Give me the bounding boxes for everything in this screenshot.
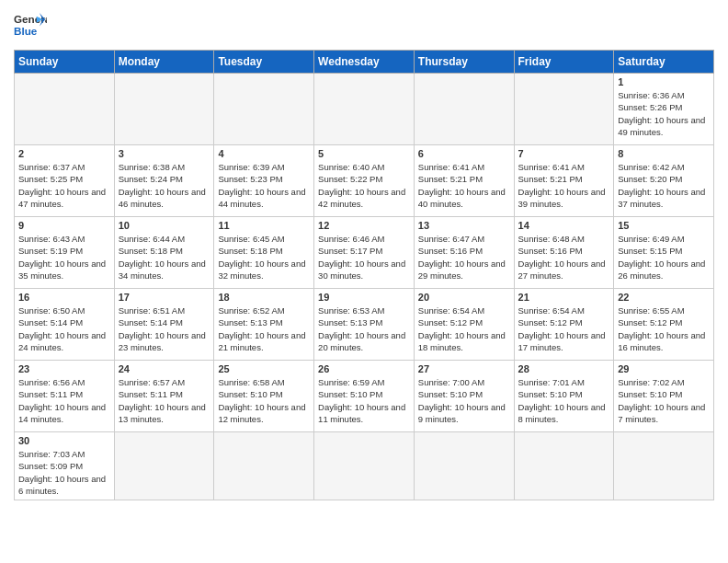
- calendar-cell: [114, 432, 214, 500]
- day-number: 11: [218, 220, 310, 231]
- weekday-header-sunday: Sunday: [15, 51, 115, 74]
- calendar-cell: 5Sunrise: 6:40 AMSunset: 5:22 PMDaylight…: [314, 145, 415, 217]
- day-number: 14: [518, 220, 610, 231]
- calendar-cell: 1Sunrise: 6:36 AMSunset: 5:26 PMDaylight…: [614, 74, 714, 145]
- week-row-1: 1Sunrise: 6:36 AMSunset: 5:26 PMDaylight…: [15, 74, 714, 145]
- calendar-cell: 22Sunrise: 6:55 AMSunset: 5:12 PMDayligh…: [614, 289, 714, 361]
- calendar-cell: 12Sunrise: 6:46 AMSunset: 5:17 PMDayligh…: [314, 217, 415, 289]
- calendar-cell: 24Sunrise: 6:57 AMSunset: 5:11 PMDayligh…: [114, 361, 214, 432]
- logo: General Blue: [14, 9, 47, 42]
- day-info: Sunrise: 6:54 AMSunset: 5:12 PMDaylight:…: [518, 304, 610, 353]
- day-info: Sunrise: 6:43 AMSunset: 5:19 PMDaylight:…: [18, 233, 110, 282]
- calendar-body: 1Sunrise: 6:36 AMSunset: 5:26 PMDaylight…: [15, 74, 714, 500]
- day-number: 25: [218, 363, 310, 374]
- day-info: Sunrise: 7:02 AMSunset: 5:10 PMDaylight:…: [618, 376, 710, 425]
- day-info: Sunrise: 6:55 AMSunset: 5:12 PMDaylight:…: [618, 304, 710, 353]
- calendar-cell: 25Sunrise: 6:58 AMSunset: 5:10 PMDayligh…: [214, 361, 314, 432]
- calendar-cell: 26Sunrise: 6:59 AMSunset: 5:10 PMDayligh…: [314, 361, 415, 432]
- calendar-cell: 20Sunrise: 6:54 AMSunset: 5:12 PMDayligh…: [414, 289, 514, 361]
- day-info: Sunrise: 6:48 AMSunset: 5:16 PMDaylight:…: [518, 233, 610, 282]
- day-number: 7: [518, 148, 610, 159]
- weekday-header-saturday: Saturday: [614, 51, 714, 74]
- day-info: Sunrise: 6:54 AMSunset: 5:12 PMDaylight:…: [418, 304, 510, 353]
- calendar-cell: [314, 74, 415, 145]
- day-info: Sunrise: 6:51 AMSunset: 5:14 PMDaylight:…: [119, 304, 210, 353]
- calendar-cell: [514, 432, 614, 500]
- calendar-cell: [15, 74, 115, 145]
- calendar-cell: 10Sunrise: 6:44 AMSunset: 5:18 PMDayligh…: [114, 217, 214, 289]
- day-info: Sunrise: 6:53 AMSunset: 5:13 PMDaylight:…: [318, 304, 410, 353]
- day-info: Sunrise: 6:37 AMSunset: 5:25 PMDaylight:…: [18, 161, 110, 210]
- calendar-cell: 6Sunrise: 6:41 AMSunset: 5:21 PMDaylight…: [414, 145, 514, 217]
- day-number: 19: [318, 292, 410, 303]
- day-number: 9: [18, 220, 110, 231]
- day-info: Sunrise: 6:52 AMSunset: 5:13 PMDaylight:…: [218, 304, 310, 353]
- day-number: 20: [418, 292, 510, 303]
- day-info: Sunrise: 6:57 AMSunset: 5:11 PMDaylight:…: [119, 376, 210, 425]
- day-info: Sunrise: 7:01 AMSunset: 5:10 PMDaylight:…: [518, 376, 610, 425]
- calendar-cell: 9Sunrise: 6:43 AMSunset: 5:19 PMDaylight…: [15, 217, 115, 289]
- day-number: 27: [418, 363, 510, 374]
- day-number: 13: [418, 220, 510, 231]
- day-number: 8: [618, 148, 710, 159]
- weekday-header-monday: Monday: [114, 51, 214, 74]
- calendar-cell: 13Sunrise: 6:47 AMSunset: 5:16 PMDayligh…: [414, 217, 514, 289]
- calendar-cell: 19Sunrise: 6:53 AMSunset: 5:13 PMDayligh…: [314, 289, 415, 361]
- day-number: 29: [618, 363, 710, 374]
- generalblue-logo-icon: General Blue: [14, 9, 47, 42]
- day-info: Sunrise: 6:39 AMSunset: 5:23 PMDaylight:…: [218, 161, 310, 210]
- calendar-cell: 17Sunrise: 6:51 AMSunset: 5:14 PMDayligh…: [114, 289, 214, 361]
- day-number: 10: [119, 220, 210, 231]
- day-number: 5: [318, 148, 410, 159]
- day-info: Sunrise: 6:58 AMSunset: 5:10 PMDaylight:…: [218, 376, 310, 425]
- calendar-cell: [414, 74, 514, 145]
- calendar-cell: 8Sunrise: 6:42 AMSunset: 5:20 PMDaylight…: [614, 145, 714, 217]
- day-number: 17: [119, 292, 210, 303]
- day-number: 16: [18, 292, 110, 303]
- calendar-cell: 23Sunrise: 6:56 AMSunset: 5:11 PMDayligh…: [15, 361, 115, 432]
- day-number: 28: [518, 363, 610, 374]
- calendar-cell: 16Sunrise: 6:50 AMSunset: 5:14 PMDayligh…: [15, 289, 115, 361]
- calendar-cell: 2Sunrise: 6:37 AMSunset: 5:25 PMDaylight…: [15, 145, 115, 217]
- day-info: Sunrise: 6:44 AMSunset: 5:18 PMDaylight:…: [119, 233, 210, 282]
- calendar-cell: [114, 74, 214, 145]
- weekday-header-wednesday: Wednesday: [314, 51, 415, 74]
- weekday-header-thursday: Thursday: [414, 51, 514, 74]
- day-info: Sunrise: 6:42 AMSunset: 5:20 PMDaylight:…: [618, 161, 710, 210]
- day-info: Sunrise: 6:41 AMSunset: 5:21 PMDaylight:…: [518, 161, 610, 210]
- calendar-cell: 15Sunrise: 6:49 AMSunset: 5:15 PMDayligh…: [614, 217, 714, 289]
- day-number: 2: [18, 148, 110, 159]
- day-number: 26: [318, 363, 410, 374]
- weekday-header-friday: Friday: [514, 51, 614, 74]
- day-number: 12: [318, 220, 410, 231]
- day-number: 3: [119, 148, 210, 159]
- day-info: Sunrise: 6:38 AMSunset: 5:24 PMDaylight:…: [119, 161, 210, 210]
- day-number: 22: [618, 292, 710, 303]
- day-number: 21: [518, 292, 610, 303]
- weekday-header-tuesday: Tuesday: [214, 51, 314, 74]
- day-number: 18: [218, 292, 310, 303]
- calendar-cell: 28Sunrise: 7:01 AMSunset: 5:10 PMDayligh…: [514, 361, 614, 432]
- week-row-6: 30Sunrise: 7:03 AMSunset: 5:09 PMDayligh…: [15, 432, 714, 500]
- day-number: 6: [418, 148, 510, 159]
- calendar-cell: [514, 74, 614, 145]
- day-info: Sunrise: 6:59 AMSunset: 5:10 PMDaylight:…: [318, 376, 410, 425]
- day-number: 23: [18, 363, 110, 374]
- calendar-cell: 29Sunrise: 7:02 AMSunset: 5:10 PMDayligh…: [614, 361, 714, 432]
- day-info: Sunrise: 6:40 AMSunset: 5:22 PMDaylight:…: [318, 161, 410, 210]
- day-info: Sunrise: 6:47 AMSunset: 5:16 PMDaylight:…: [418, 233, 510, 282]
- day-number: 4: [218, 148, 310, 159]
- calendar-cell: [614, 432, 714, 500]
- day-info: Sunrise: 6:49 AMSunset: 5:15 PMDaylight:…: [618, 233, 710, 282]
- calendar-cell: [414, 432, 514, 500]
- week-row-4: 16Sunrise: 6:50 AMSunset: 5:14 PMDayligh…: [15, 289, 714, 361]
- calendar-cell: 7Sunrise: 6:41 AMSunset: 5:21 PMDaylight…: [514, 145, 614, 217]
- day-info: Sunrise: 6:50 AMSunset: 5:14 PMDaylight:…: [18, 304, 110, 353]
- calendar-cell: 30Sunrise: 7:03 AMSunset: 5:09 PMDayligh…: [15, 432, 115, 500]
- day-info: Sunrise: 6:46 AMSunset: 5:17 PMDaylight:…: [318, 233, 410, 282]
- calendar-cell: 3Sunrise: 6:38 AMSunset: 5:24 PMDaylight…: [114, 145, 214, 217]
- day-info: Sunrise: 6:45 AMSunset: 5:18 PMDaylight:…: [218, 233, 310, 282]
- page: General Blue SundayMondayTuesdayWednesda…: [0, 0, 728, 510]
- calendar-cell: 18Sunrise: 6:52 AMSunset: 5:13 PMDayligh…: [214, 289, 314, 361]
- day-number: 15: [618, 220, 710, 231]
